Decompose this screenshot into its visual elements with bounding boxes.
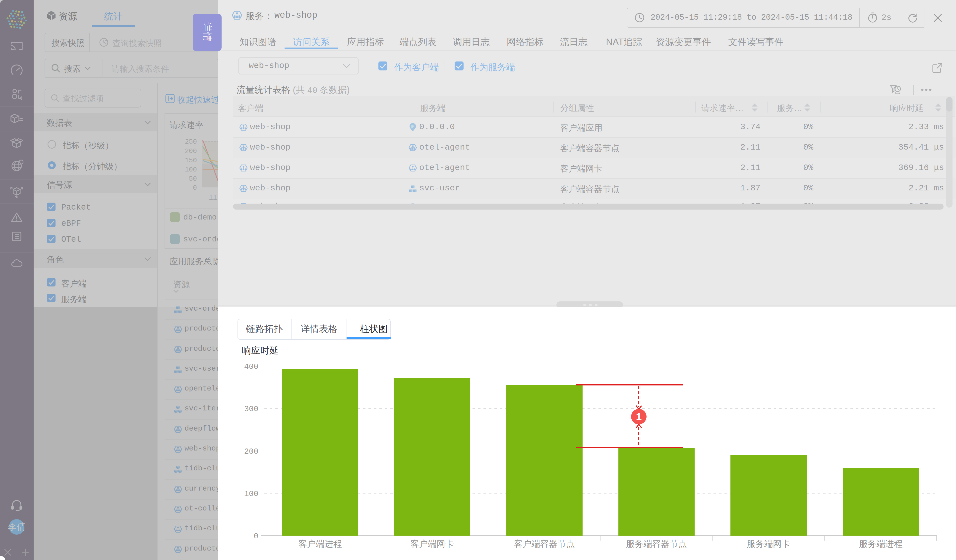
svg-text:服务端网卡: 服务端网卡 [747,539,791,549]
svg-text:200: 200 [244,447,258,456]
svg-text:0: 0 [254,532,258,541]
svg-text:客户端网卡: 客户端网卡 [410,539,454,549]
svg-text:服务端进程: 服务端进程 [859,539,903,549]
svg-text:客户端进程: 客户端进程 [299,539,342,549]
svg-text:400: 400 [244,362,258,371]
svg-text:300: 300 [244,405,258,414]
svg-text:100: 100 [244,489,258,499]
svg-text:1: 1 [636,411,642,423]
svg-text:服务端容器节点: 服务端容器节点 [626,539,687,549]
svg-text:客户端容器节点: 客户端容器节点 [514,539,575,549]
